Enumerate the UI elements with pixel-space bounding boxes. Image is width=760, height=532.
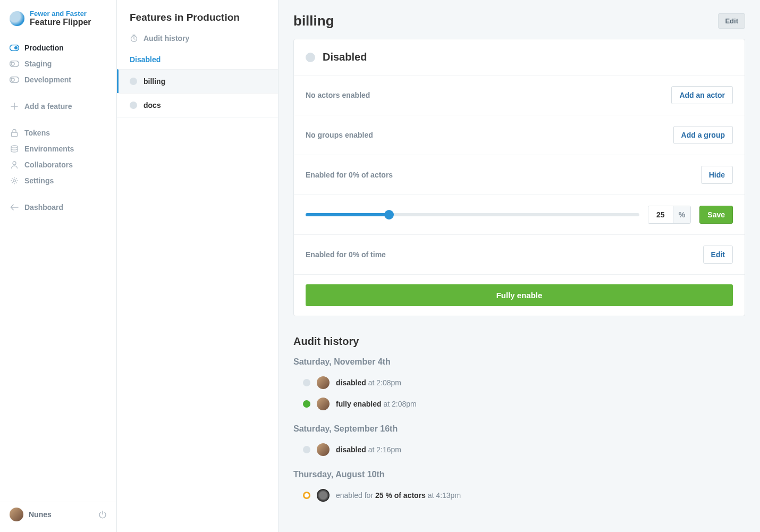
audit-title: Audit history bbox=[293, 335, 745, 348]
audit-date: Thursday, August 10th bbox=[293, 470, 745, 479]
avatar-icon bbox=[10, 508, 23, 521]
pct-actors-text: Enabled for 0% of actors bbox=[306, 171, 393, 179]
edit-time-button[interactable]: Edit bbox=[703, 246, 733, 264]
percent-input[interactable] bbox=[648, 206, 673, 223]
svg-point-3 bbox=[11, 62, 14, 65]
power-icon[interactable] bbox=[98, 510, 107, 519]
slider-thumb-icon[interactable] bbox=[384, 210, 394, 219]
slider-row: % Save bbox=[294, 195, 745, 234]
nav-settings[interactable]: Settings bbox=[0, 173, 116, 189]
avatar-icon bbox=[317, 489, 330, 502]
status-label: Disabled bbox=[323, 51, 367, 63]
svg-point-7 bbox=[11, 146, 18, 148]
audit-entry: disabled at 2:16pm bbox=[293, 439, 745, 460]
audit-entry: enabled for 25 % of actors at 4:13pm bbox=[293, 485, 745, 506]
audit-group: Thursday, August 10th enabled for 25 % o… bbox=[293, 470, 745, 506]
env-item-staging[interactable]: Staging bbox=[0, 56, 116, 72]
env-label: Production bbox=[24, 44, 64, 52]
page-title: billing bbox=[293, 13, 334, 29]
nav-tokens[interactable]: Tokens bbox=[0, 125, 116, 141]
audit-date: Saturday, November 4th bbox=[293, 357, 745, 367]
env-item-development[interactable]: Development bbox=[0, 72, 116, 88]
audit-group: Saturday, November 4th disabled at 2:08p… bbox=[293, 357, 745, 415]
pct-time-row: Enabled for 0% of time Edit bbox=[294, 234, 745, 274]
audit-group: Saturday, September 16th disabled at 2:1… bbox=[293, 424, 745, 460]
plus-icon bbox=[10, 102, 19, 111]
status-dot-icon bbox=[303, 400, 310, 408]
toggle-off-icon bbox=[10, 59, 19, 69]
audit-entry: disabled at 2:08pm bbox=[293, 372, 745, 393]
avatar-icon bbox=[317, 398, 330, 410]
slider-fill bbox=[306, 213, 389, 216]
brand: Fewer and Faster Feature Flipper bbox=[0, 10, 116, 37]
edit-feature-button[interactable]: Edit bbox=[718, 13, 745, 29]
audit-history-link[interactable]: Audit history bbox=[117, 29, 278, 48]
toggle-off-icon bbox=[10, 75, 19, 85]
nav-label: Collaborators bbox=[24, 161, 73, 169]
save-percent-button[interactable]: Save bbox=[699, 206, 733, 224]
add-feature-label: Add a feature bbox=[24, 102, 72, 111]
svg-point-5 bbox=[11, 78, 14, 81]
lock-icon bbox=[10, 128, 19, 138]
feature-item-docs[interactable]: docs bbox=[117, 93, 278, 117]
audit-text: enabled for 25 % of actors at 4:13pm bbox=[336, 491, 461, 500]
user-name: Nunes bbox=[29, 510, 52, 519]
audit-date: Saturday, September 16th bbox=[293, 424, 745, 434]
avatar-icon bbox=[317, 376, 330, 389]
actors-text: No actors enabled bbox=[306, 91, 370, 99]
nav-collaborators[interactable]: Collaborators bbox=[0, 157, 116, 173]
nav-dashboard[interactable]: Dashboard bbox=[0, 199, 116, 215]
audit-text: disabled at 2:08pm bbox=[336, 378, 401, 387]
groups-text: No groups enabled bbox=[306, 131, 373, 139]
status-dot-icon bbox=[303, 379, 310, 386]
nav-label: Settings bbox=[24, 176, 54, 185]
nav-label: Dashboard bbox=[24, 203, 63, 212]
brand-logo-icon bbox=[10, 11, 24, 26]
current-user[interactable]: Nunes bbox=[10, 508, 52, 521]
feature-item-label: docs bbox=[143, 101, 161, 109]
status-row: Disabled bbox=[294, 39, 745, 75]
audit-link-label: Audit history bbox=[143, 34, 189, 43]
nav-label: Environments bbox=[24, 145, 74, 153]
add-group-button[interactable]: Add a group bbox=[673, 126, 733, 144]
gear-icon bbox=[10, 176, 19, 185]
nav-environments[interactable]: Environments bbox=[0, 141, 116, 157]
env-label: Development bbox=[24, 75, 71, 84]
env-label: Staging bbox=[24, 60, 52, 68]
feature-item-billing[interactable]: billing bbox=[117, 69, 278, 93]
percent-input-group: % bbox=[648, 206, 691, 224]
add-actor-button[interactable]: Add an actor bbox=[671, 86, 733, 104]
percent-unit: % bbox=[673, 206, 690, 223]
env-nav: Production Staging Development bbox=[0, 37, 116, 91]
hide-button[interactable]: Hide bbox=[701, 166, 733, 184]
app-name: Feature Flipper bbox=[30, 18, 91, 27]
fully-enable-button[interactable]: Fully enable bbox=[306, 284, 733, 306]
stack-icon bbox=[10, 144, 19, 154]
main-content: billing Edit Disabled No actors enabled … bbox=[278, 0, 760, 532]
svg-rect-6 bbox=[12, 132, 18, 137]
status-dot-icon bbox=[306, 53, 315, 62]
percent-slider[interactable] bbox=[306, 213, 639, 216]
feature-card: Disabled No actors enabled Add an actor … bbox=[293, 39, 745, 316]
status-ring-icon bbox=[303, 492, 310, 499]
feature-item-label: billing bbox=[143, 77, 165, 86]
org-name: Fewer and Faster bbox=[30, 10, 91, 18]
svg-point-1 bbox=[14, 46, 18, 49]
audit-text: fully enabled at 2:08pm bbox=[336, 400, 417, 408]
features-section-label: Disabled bbox=[117, 48, 278, 69]
person-icon bbox=[10, 160, 19, 170]
svg-point-9 bbox=[13, 180, 15, 182]
pct-time-text: Enabled for 0% of time bbox=[306, 250, 386, 259]
pct-actors-row: Enabled for 0% of actors Hide bbox=[294, 155, 745, 195]
features-panel: Features in Production Audit history Dis… bbox=[117, 0, 278, 532]
audit-entry: fully enabled at 2:08pm bbox=[293, 393, 745, 415]
arrow-left-icon bbox=[10, 202, 19, 212]
status-dot-icon bbox=[303, 446, 310, 453]
actors-row: No actors enabled Add an actor bbox=[294, 75, 745, 115]
env-item-production[interactable]: Production bbox=[0, 40, 116, 56]
audit-text: disabled at 2:16pm bbox=[336, 445, 401, 454]
add-feature-button[interactable]: Add a feature bbox=[0, 98, 116, 114]
svg-point-8 bbox=[13, 162, 16, 165]
features-panel-title: Features in Production bbox=[117, 0, 278, 29]
sidebar: Fewer and Faster Feature Flipper Product… bbox=[0, 0, 117, 532]
